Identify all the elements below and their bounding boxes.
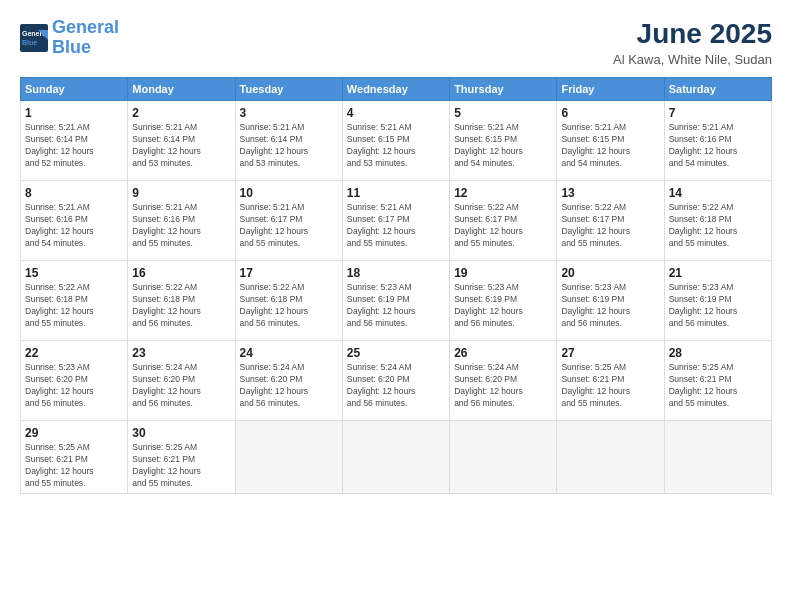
day-info: Sunrise: 5:23 AMSunset: 6:19 PMDaylight:… [454, 282, 552, 330]
header: General Blue General Blue June 2025 Al K… [20, 18, 772, 67]
day-number: 17 [240, 265, 338, 281]
table-row: 3Sunrise: 5:21 AMSunset: 6:14 PMDaylight… [235, 101, 342, 181]
day-info: Sunrise: 5:25 AMSunset: 6:21 PMDaylight:… [669, 362, 767, 410]
calendar-header-row: Sunday Monday Tuesday Wednesday Thursday… [21, 78, 772, 101]
svg-text:Blue: Blue [22, 39, 37, 46]
day-info: Sunrise: 5:21 AMSunset: 6:15 PMDaylight:… [561, 122, 659, 170]
day-info: Sunrise: 5:21 AMSunset: 6:16 PMDaylight:… [25, 202, 123, 250]
day-number: 26 [454, 345, 552, 361]
day-info: Sunrise: 5:22 AMSunset: 6:18 PMDaylight:… [669, 202, 767, 250]
day-number: 6 [561, 105, 659, 121]
logo-text: General Blue [52, 18, 119, 58]
day-info: Sunrise: 5:22 AMSunset: 6:18 PMDaylight:… [25, 282, 123, 330]
day-number: 23 [132, 345, 230, 361]
logo-line2: Blue [52, 37, 91, 57]
day-info: Sunrise: 5:21 AMSunset: 6:16 PMDaylight:… [132, 202, 230, 250]
table-row: 14Sunrise: 5:22 AMSunset: 6:18 PMDayligh… [664, 181, 771, 261]
day-info: Sunrise: 5:23 AMSunset: 6:19 PMDaylight:… [669, 282, 767, 330]
col-tuesday: Tuesday [235, 78, 342, 101]
col-sunday: Sunday [21, 78, 128, 101]
day-number: 21 [669, 265, 767, 281]
col-saturday: Saturday [664, 78, 771, 101]
day-number: 25 [347, 345, 445, 361]
title-block: June 2025 Al Kawa, White Nile, Sudan [613, 18, 772, 67]
day-info: Sunrise: 5:21 AMSunset: 6:14 PMDaylight:… [240, 122, 338, 170]
col-wednesday: Wednesday [342, 78, 449, 101]
day-info: Sunrise: 5:25 AMSunset: 6:21 PMDaylight:… [132, 442, 230, 490]
day-number: 13 [561, 185, 659, 201]
col-thursday: Thursday [450, 78, 557, 101]
table-row: 20Sunrise: 5:23 AMSunset: 6:19 PMDayligh… [557, 261, 664, 341]
day-info: Sunrise: 5:22 AMSunset: 6:18 PMDaylight:… [240, 282, 338, 330]
table-row: 7Sunrise: 5:21 AMSunset: 6:16 PMDaylight… [664, 101, 771, 181]
table-row: 23Sunrise: 5:24 AMSunset: 6:20 PMDayligh… [128, 341, 235, 421]
col-friday: Friday [557, 78, 664, 101]
col-monday: Monday [128, 78, 235, 101]
day-info: Sunrise: 5:22 AMSunset: 6:17 PMDaylight:… [561, 202, 659, 250]
day-number: 4 [347, 105, 445, 121]
day-number: 29 [25, 425, 123, 441]
logo: General Blue General Blue [20, 18, 119, 58]
table-row: 30Sunrise: 5:25 AMSunset: 6:21 PMDayligh… [128, 421, 235, 494]
day-info: Sunrise: 5:24 AMSunset: 6:20 PMDaylight:… [132, 362, 230, 410]
day-info: Sunrise: 5:22 AMSunset: 6:18 PMDaylight:… [132, 282, 230, 330]
table-row: 26Sunrise: 5:24 AMSunset: 6:20 PMDayligh… [450, 341, 557, 421]
day-number: 27 [561, 345, 659, 361]
day-info: Sunrise: 5:24 AMSunset: 6:20 PMDaylight:… [347, 362, 445, 410]
table-row: 16Sunrise: 5:22 AMSunset: 6:18 PMDayligh… [128, 261, 235, 341]
day-number: 28 [669, 345, 767, 361]
day-info: Sunrise: 5:21 AMSunset: 6:14 PMDaylight:… [132, 122, 230, 170]
logo-icon: General Blue [20, 24, 48, 52]
day-info: Sunrise: 5:23 AMSunset: 6:19 PMDaylight:… [561, 282, 659, 330]
day-number: 2 [132, 105, 230, 121]
table-row: 1Sunrise: 5:21 AMSunset: 6:14 PMDaylight… [21, 101, 128, 181]
table-row: 24Sunrise: 5:24 AMSunset: 6:20 PMDayligh… [235, 341, 342, 421]
table-row: 4Sunrise: 5:21 AMSunset: 6:15 PMDaylight… [342, 101, 449, 181]
svg-rect-0 [20, 24, 48, 52]
table-row: 29Sunrise: 5:25 AMSunset: 6:21 PMDayligh… [21, 421, 128, 494]
day-number: 11 [347, 185, 445, 201]
day-number: 10 [240, 185, 338, 201]
table-row: 6Sunrise: 5:21 AMSunset: 6:15 PMDaylight… [557, 101, 664, 181]
day-info: Sunrise: 5:21 AMSunset: 6:17 PMDaylight:… [240, 202, 338, 250]
day-info: Sunrise: 5:23 AMSunset: 6:19 PMDaylight:… [347, 282, 445, 330]
table-row [342, 421, 449, 494]
day-info: Sunrise: 5:25 AMSunset: 6:21 PMDaylight:… [561, 362, 659, 410]
day-info: Sunrise: 5:25 AMSunset: 6:21 PMDaylight:… [25, 442, 123, 490]
day-number: 20 [561, 265, 659, 281]
table-row: 8Sunrise: 5:21 AMSunset: 6:16 PMDaylight… [21, 181, 128, 261]
day-number: 18 [347, 265, 445, 281]
month-title: June 2025 [613, 18, 772, 50]
table-row: 12Sunrise: 5:22 AMSunset: 6:17 PMDayligh… [450, 181, 557, 261]
page: General Blue General Blue June 2025 Al K… [0, 0, 792, 612]
table-row: 21Sunrise: 5:23 AMSunset: 6:19 PMDayligh… [664, 261, 771, 341]
day-number: 22 [25, 345, 123, 361]
day-number: 19 [454, 265, 552, 281]
day-number: 1 [25, 105, 123, 121]
location: Al Kawa, White Nile, Sudan [613, 52, 772, 67]
day-number: 9 [132, 185, 230, 201]
table-row: 19Sunrise: 5:23 AMSunset: 6:19 PMDayligh… [450, 261, 557, 341]
day-number: 8 [25, 185, 123, 201]
day-number: 15 [25, 265, 123, 281]
table-row: 27Sunrise: 5:25 AMSunset: 6:21 PMDayligh… [557, 341, 664, 421]
table-row [450, 421, 557, 494]
day-info: Sunrise: 5:21 AMSunset: 6:15 PMDaylight:… [347, 122, 445, 170]
day-number: 16 [132, 265, 230, 281]
day-info: Sunrise: 5:24 AMSunset: 6:20 PMDaylight:… [454, 362, 552, 410]
table-row [664, 421, 771, 494]
table-row: 9Sunrise: 5:21 AMSunset: 6:16 PMDaylight… [128, 181, 235, 261]
day-number: 12 [454, 185, 552, 201]
table-row: 22Sunrise: 5:23 AMSunset: 6:20 PMDayligh… [21, 341, 128, 421]
day-number: 14 [669, 185, 767, 201]
calendar-table: Sunday Monday Tuesday Wednesday Thursday… [20, 77, 772, 494]
table-row: 17Sunrise: 5:22 AMSunset: 6:18 PMDayligh… [235, 261, 342, 341]
table-row: 25Sunrise: 5:24 AMSunset: 6:20 PMDayligh… [342, 341, 449, 421]
day-number: 7 [669, 105, 767, 121]
logo-line1: General [52, 17, 119, 37]
day-number: 30 [132, 425, 230, 441]
day-info: Sunrise: 5:24 AMSunset: 6:20 PMDaylight:… [240, 362, 338, 410]
table-row [235, 421, 342, 494]
table-row: 13Sunrise: 5:22 AMSunset: 6:17 PMDayligh… [557, 181, 664, 261]
table-row: 28Sunrise: 5:25 AMSunset: 6:21 PMDayligh… [664, 341, 771, 421]
